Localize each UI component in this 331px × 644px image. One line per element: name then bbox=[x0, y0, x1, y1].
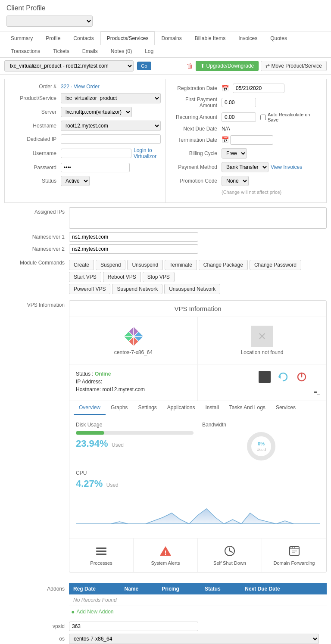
tab-billable[interactable]: Billable Items bbox=[188, 31, 232, 45]
cmd-change-package[interactable]: Change Package bbox=[199, 260, 248, 270]
cpu-percent: 4.27% bbox=[76, 478, 103, 489]
password-input[interactable] bbox=[61, 163, 130, 172]
tab-transactions[interactable]: Transactions bbox=[4, 44, 47, 58]
promo-code-label: Promotion Code bbox=[170, 178, 222, 184]
system-alerts-label: System Alerts bbox=[151, 560, 180, 566]
processes-icon bbox=[95, 545, 107, 557]
view-invoices-link[interactable]: View Invoices bbox=[271, 164, 302, 170]
power-action[interactable] bbox=[296, 371, 308, 383]
dedicated-ip-input[interactable] bbox=[61, 134, 161, 144]
tab-invoices[interactable]: Invoices bbox=[232, 31, 264, 45]
tab-products[interactable]: Products/Services bbox=[100, 31, 155, 45]
username-label: Username bbox=[9, 150, 61, 156]
payment-method-select[interactable]: Bank Transfer bbox=[222, 162, 269, 172]
next-due-value: N/A bbox=[222, 126, 322, 132]
add-addon-link[interactable]: ● Add New Addon bbox=[69, 606, 327, 617]
vps-tab-overview[interactable]: Overview bbox=[74, 401, 106, 415]
recurring-label: Recurring Amount bbox=[170, 114, 222, 120]
cmd-suspend[interactable]: Suspend bbox=[96, 260, 125, 270]
next-due-label: Next Due Date bbox=[170, 126, 222, 132]
os-select[interactable]: centos-7-x86_64 bbox=[69, 634, 319, 644]
hostname-select[interactable]: root12.mytest.com bbox=[61, 121, 161, 131]
tab-contacts[interactable]: Contacts bbox=[67, 31, 100, 45]
bandwidth-block: Bandwidth 0% Used bbox=[202, 422, 320, 461]
page-title: Client Profile bbox=[6, 4, 325, 12]
delete-icon[interactable]: 🗑 bbox=[187, 62, 194, 70]
reg-date-input[interactable] bbox=[233, 84, 284, 93]
console-action[interactable]: ▬_ bbox=[314, 389, 320, 394]
product-select[interactable]: lxc_virtualizor_product - root12.mytest.… bbox=[4, 60, 134, 72]
move-product-button[interactable]: ⇄ Move Product/Service bbox=[261, 61, 327, 71]
order-link[interactable]: 322 · View Order bbox=[61, 84, 100, 90]
client-select[interactable] bbox=[6, 16, 93, 27]
system-alerts-action[interactable]: ! System Alerts bbox=[134, 538, 198, 572]
cmd-reboot-vps[interactable]: Reboot VPS bbox=[103, 272, 141, 282]
promo-note: (Change will not affect price) bbox=[222, 190, 322, 195]
payment-method-label: Payment Method bbox=[170, 164, 222, 170]
promo-select[interactable]: None bbox=[222, 176, 249, 186]
recurring-input[interactable] bbox=[222, 112, 256, 122]
cmd-change-password[interactable]: Change Password bbox=[250, 260, 301, 270]
vps-tab-tasks-logs[interactable]: Tasks And Logs bbox=[224, 401, 271, 415]
status-row: Status : Online bbox=[76, 371, 191, 377]
auto-recalc-label: Auto Recalculate on Save bbox=[260, 112, 322, 122]
svg-rect-16 bbox=[96, 548, 106, 549]
stop-action[interactable] bbox=[259, 371, 271, 383]
domain-forwarding-icon bbox=[288, 545, 300, 557]
nameserver1-input[interactable] bbox=[69, 232, 198, 242]
tab-profile[interactable]: Profile bbox=[39, 31, 67, 45]
product-service-label: Product/Service bbox=[9, 95, 61, 101]
cmd-unsuspend-network[interactable]: Unsuspend Network bbox=[164, 284, 220, 294]
vps-tab-install[interactable]: Install bbox=[200, 401, 224, 415]
status-select[interactable]: Active bbox=[61, 176, 90, 186]
vps-tab-applications[interactable]: Applications bbox=[162, 401, 200, 415]
tab-domains[interactable]: Domains bbox=[155, 31, 188, 45]
username-input[interactable] bbox=[61, 149, 131, 158]
vps-actions-row: Processes ! System Alerts bbox=[69, 538, 326, 572]
processes-action[interactable]: Processes bbox=[69, 538, 134, 572]
billing-cycle-select[interactable]: Free bbox=[222, 148, 247, 159]
main-content: Order # 322 · View Order Product/Service… bbox=[0, 75, 331, 644]
vpsid-input[interactable] bbox=[69, 622, 198, 631]
disk-usage-block: Disk Usage 23.94% Used bbox=[76, 422, 194, 461]
tab-log[interactable]: Log bbox=[138, 44, 160, 58]
termination-date-input[interactable] bbox=[230, 135, 273, 145]
tab-summary[interactable]: Summary bbox=[4, 31, 39, 45]
system-alerts-icon: ! bbox=[159, 545, 172, 557]
go-button[interactable]: Go bbox=[137, 62, 151, 70]
os-icon bbox=[123, 326, 144, 347]
calendar-icon: 📅 bbox=[222, 85, 229, 92]
nameserver2-input[interactable] bbox=[69, 244, 198, 254]
hostname-label: Hostname bbox=[9, 123, 61, 129]
product-service-select[interactable]: lxc_virtualizor_product bbox=[61, 93, 161, 103]
cmd-poweroff-vps[interactable]: Poweroff VPS bbox=[69, 284, 110, 294]
auto-recalc-checkbox[interactable] bbox=[260, 115, 266, 120]
cmd-unsuspend[interactable]: Unsuspend bbox=[127, 260, 163, 270]
col-name: Name bbox=[120, 583, 157, 594]
vps-info-section-label: VPS Information bbox=[4, 300, 69, 579]
disk-progress-bar bbox=[76, 431, 194, 435]
first-payment-input[interactable] bbox=[222, 98, 256, 107]
vps-tab-services[interactable]: Services bbox=[271, 401, 301, 415]
tab-emails[interactable]: Emails bbox=[76, 44, 104, 58]
restart-action[interactable] bbox=[277, 371, 289, 383]
domain-forwarding-label: Domain Forwarding bbox=[274, 560, 315, 566]
nav-tabs: Summary Profile Contacts Products/Servic… bbox=[0, 31, 331, 58]
vps-tab-graphs[interactable]: Graphs bbox=[106, 401, 133, 415]
tab-tickets[interactable]: Tickets bbox=[47, 44, 76, 58]
cmd-start-vps[interactable]: Start VPS bbox=[69, 272, 101, 282]
cmd-create[interactable]: Create bbox=[69, 260, 94, 270]
domain-forwarding-action[interactable]: Domain Forwarding bbox=[262, 538, 326, 572]
tab-notes[interactable]: Notes (0) bbox=[104, 44, 138, 58]
self-shutdown-action[interactable]: Self Shut Down bbox=[198, 538, 262, 572]
cmd-terminate[interactable]: Terminate bbox=[165, 260, 197, 270]
tab-quotes[interactable]: Quotes bbox=[264, 31, 294, 45]
vps-tab-settings[interactable]: Settings bbox=[133, 401, 162, 415]
upgrade-downgrade-button[interactable]: ⬆ Upgrade/Downgrade bbox=[196, 61, 259, 71]
server-select[interactable]: lxc.nuftp.com(virtualizor) bbox=[61, 107, 132, 117]
cmd-suspend-network[interactable]: Suspend Network bbox=[112, 284, 162, 294]
dedicated-ip-label: Dedicated IP bbox=[9, 136, 61, 142]
cmd-stop-vps[interactable]: Stop VPS bbox=[143, 272, 175, 282]
first-payment-label: First Payment Amount bbox=[170, 96, 222, 109]
login-virtualizor-link[interactable]: Login to Virtualizor bbox=[134, 147, 161, 159]
